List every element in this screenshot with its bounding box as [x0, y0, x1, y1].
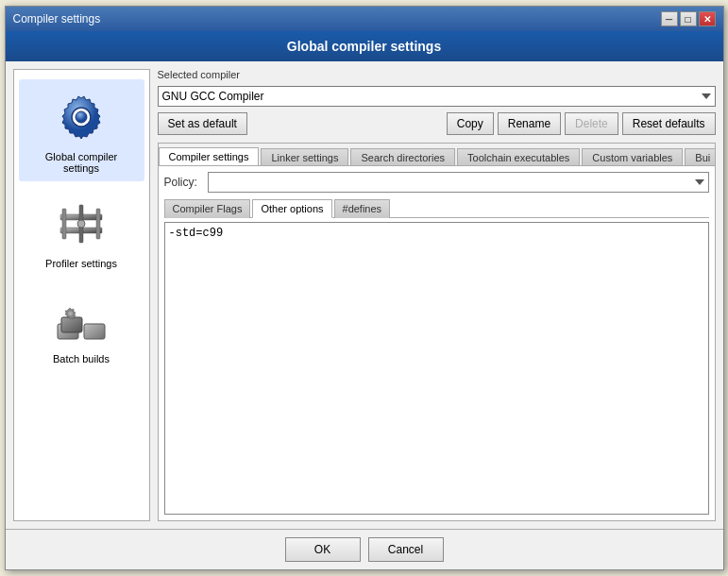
set-default-button[interactable]: Set as default: [158, 112, 247, 135]
profiler-icon: [51, 194, 111, 254]
policy-dropdown[interactable]: [208, 172, 709, 193]
main-panel: Selected compiler GNU GCC Compiler LLVM …: [158, 69, 716, 521]
maximize-button[interactable]: □: [680, 11, 697, 26]
compiler-row: GNU GCC Compiler LLVM Clang Visual C++: [158, 86, 716, 107]
tabs-header: Compiler settings Linker settings Search…: [159, 144, 715, 166]
gear-icon: [51, 87, 111, 147]
close-button[interactable]: ✕: [699, 11, 716, 26]
svg-point-11: [68, 311, 74, 316]
tab-search-directories[interactable]: Search directories: [350, 148, 455, 166]
text-area-container: [164, 222, 709, 515]
compiler-settings-window: Compiler settings ─ □ ✕ Global compiler …: [5, 6, 724, 570]
tab-custom-variables[interactable]: Custom variables: [582, 148, 683, 166]
compiler-dropdown[interactable]: GNU GCC Compiler LLVM Clang Visual C++: [158, 86, 716, 107]
options-textarea[interactable]: [165, 223, 708, 514]
sidebar-item-global-compiler[interactable]: Global compilersettings: [19, 79, 144, 181]
dialog-header: Global compiler settings: [6, 31, 723, 61]
sidebar: Global compilersettings: [13, 69, 150, 521]
sub-tab-other-options[interactable]: Other options: [252, 199, 331, 218]
sub-tabs-header: Compiler Flags Other options #defines: [164, 198, 709, 218]
svg-rect-9: [61, 317, 82, 332]
batch-icon: [51, 289, 111, 349]
sidebar-label-global: Global compilersettings: [45, 151, 117, 174]
svg-point-7: [77, 220, 85, 228]
sub-tab-compiler-flags[interactable]: Compiler Flags: [164, 199, 251, 218]
reset-defaults-button[interactable]: Reset defaults: [622, 112, 716, 135]
dialog-title: Global compiler settings: [287, 39, 441, 54]
copy-button[interactable]: Copy: [447, 112, 494, 135]
svg-rect-5: [96, 209, 100, 239]
policy-label: Policy:: [164, 176, 202, 189]
compiler-label: Selected compiler: [158, 69, 716, 80]
policy-row: Policy:: [164, 172, 709, 193]
tab-compiler-settings[interactable]: Compiler settings: [159, 147, 260, 166]
svg-rect-4: [62, 209, 66, 239]
svg-point-1: [76, 111, 87, 123]
content-area: Global compilersettings: [6, 61, 723, 529]
ok-button[interactable]: OK: [285, 537, 361, 562]
sidebar-label-profiler: Profiler settings: [45, 258, 117, 269]
compiler-buttons-row: Set as default Copy Rename Delete Reset …: [158, 112, 716, 135]
minimize-button[interactable]: ─: [661, 11, 678, 26]
delete-button[interactable]: Delete: [565, 112, 618, 135]
title-bar: Compiler settings ─ □ ✕: [6, 7, 723, 31]
footer: OK Cancel: [6, 529, 723, 569]
tab-bui[interactable]: Bui: [685, 148, 714, 166]
sidebar-label-batch: Batch builds: [53, 353, 110, 364]
tab-toolchain[interactable]: Toolchain executables: [457, 148, 580, 166]
compiler-selection: Selected compiler GNU GCC Compiler LLVM …: [158, 69, 716, 135]
window-title: Compiler settings: [13, 12, 101, 25]
rename-button[interactable]: Rename: [498, 112, 561, 135]
title-bar-buttons: ─ □ ✕: [661, 11, 716, 26]
tab-linker-settings[interactable]: Linker settings: [261, 148, 348, 166]
sidebar-item-batch[interactable]: Batch builds: [19, 281, 144, 372]
svg-rect-10: [84, 324, 105, 339]
tabs-content: Policy: Compiler Flags Other options: [159, 166, 715, 520]
sidebar-item-profiler[interactable]: Profiler settings: [19, 186, 144, 277]
sub-tab-defines[interactable]: #defines: [334, 199, 391, 218]
tabs-container: Compiler settings Linker settings Search…: [158, 143, 716, 521]
cancel-button[interactable]: Cancel: [368, 537, 444, 562]
